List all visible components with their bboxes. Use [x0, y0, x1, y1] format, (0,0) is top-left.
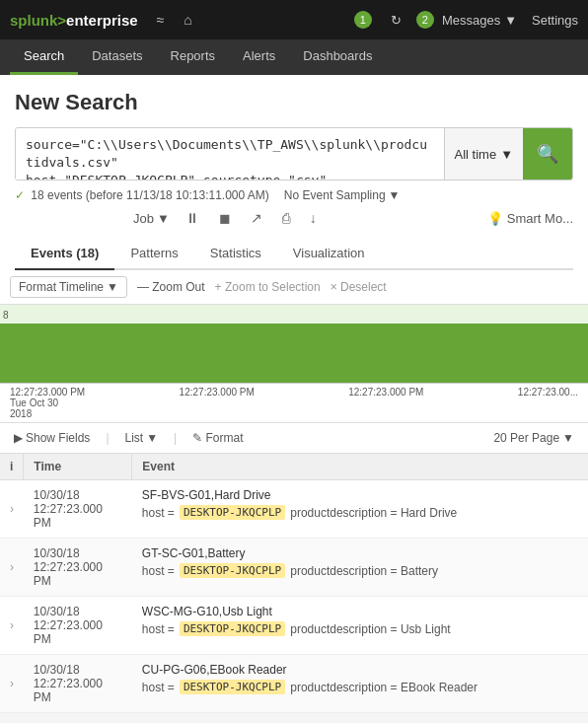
time-picker-caret: ▼	[500, 147, 513, 162]
expand-cell[interactable]: ›	[0, 597, 24, 655]
job-label: Job	[133, 211, 154, 226]
host-value: DESKTOP-JKQCPLP	[180, 680, 285, 694]
share-button[interactable]: ↗	[247, 208, 266, 228]
event-text: SF-BVS-G01,Hard Drive	[142, 488, 578, 502]
toolbar-row: ▶ Show Fields | List ▼ | ✎ Format 20 Per…	[0, 423, 588, 454]
job-button[interactable]: Job ▼	[133, 211, 170, 226]
nav-item-datasets[interactable]: Datasets	[78, 39, 156, 75]
messages-caret: ▼	[504, 13, 517, 28]
list-caret: ▼	[146, 431, 158, 445]
host-label: host =	[142, 564, 175, 578]
events-count: 18 events (before 11/13/18 10:13:11.000 …	[31, 188, 269, 202]
show-fields-btn[interactable]: ▶ Show Fields	[10, 429, 94, 447]
sep2: |	[174, 431, 177, 445]
format-btn[interactable]: ✎ Format	[188, 429, 247, 447]
no-sampling-caret: ▼	[389, 188, 401, 202]
field-detail: productdescription = Usb Light	[290, 622, 450, 636]
time-label-4: 12:27:23.00...	[518, 387, 578, 419]
tab-statistics[interactable]: Statistics	[194, 238, 277, 270]
home-icon[interactable]: ⌂	[180, 8, 195, 32]
format-label: ✎ Format	[192, 431, 243, 445]
host-label: host =	[142, 681, 175, 694]
per-page-btn[interactable]: 20 Per Page ▼	[489, 429, 578, 447]
y-label-8: 8	[3, 310, 9, 321]
nav-item-search[interactable]: Search	[10, 39, 78, 75]
nav-item-reports[interactable]: Reports	[157, 39, 230, 75]
tabs-row: Events (18) Patterns Statistics Visualiz…	[15, 238, 573, 270]
per-page-label: 20 Per Page	[493, 431, 559, 445]
expand-cell[interactable]: ›	[0, 655, 24, 713]
field-detail: productdescription = Battery	[290, 564, 438, 578]
event-cell: CU-PG-G06,EBook Readerhost =DESKTOP-JKQC…	[132, 655, 588, 713]
pause-button[interactable]: ⏸	[182, 208, 203, 228]
messages-button[interactable]: 2 Messages ▼	[416, 11, 517, 29]
host-label: host =	[142, 506, 175, 520]
host-value: DESKTOP-JKQCPLP	[180, 621, 285, 636]
table-header-row: i Time Event	[0, 454, 588, 480]
nav-item-alerts[interactable]: Alerts	[229, 39, 289, 75]
format-timeline-label: Format Timeline	[19, 280, 104, 294]
smart-mode-btn[interactable]: 💡 Smart Mo...	[487, 211, 573, 226]
top-nav-right: 1 ↻ 2 Messages ▼ Settings	[354, 11, 578, 29]
expand-cell[interactable]: ›	[0, 539, 24, 597]
host-value: DESKTOP-JKQCPLP	[180, 505, 285, 520]
tab-events[interactable]: Events (18)	[15, 238, 114, 270]
time-picker-label: All time	[455, 147, 497, 162]
col-event: Event	[132, 454, 588, 480]
main-content: New Search source="C:\\Users\\Documents\…	[0, 75, 588, 270]
time-cell: 10/30/18 12:27:23.000 PM	[24, 655, 132, 713]
time-cell: 10/30/18 12:27:23.000 PM	[24, 480, 132, 539]
per-page-caret: ▼	[562, 431, 574, 445]
activity-icon2: ↻	[391, 13, 402, 28]
timeline-chart: 8 2 6	[0, 305, 588, 384]
deselect-btn[interactable]: × Deselect	[331, 280, 387, 294]
zoom-selection-btn[interactable]: + Zoom to Selection	[215, 280, 321, 294]
search-input[interactable]: source="C:\\Users\\Documents\\TP_AWS\\sp…	[16, 128, 444, 180]
time-cell: 10/30/18 12:27:23.000 PM	[24, 597, 132, 655]
settings-link[interactable]: Settings	[532, 13, 578, 28]
search-button[interactable]: 🔍	[523, 128, 572, 180]
top-navigation: splunk>enterprise ≈ ⌂ 1 ↻ 2 Messages ▼ S…	[0, 0, 588, 39]
event-detail: host =DESKTOP-JKQCPLP productdescription…	[142, 505, 578, 520]
zoom-selection-label: + Zoom to Selection	[215, 280, 321, 294]
logo-prefix: splunk>	[10, 12, 66, 29]
event-cell: SF-BVS-G01,Hard Drivehost =DESKTOP-JKQCP…	[132, 480, 588, 539]
table-row: ›10/30/18 12:27:23.000 PMGT-SC-G01,Batte…	[0, 539, 588, 597]
smart-mode-icon: 💡	[487, 211, 503, 226]
time-cell: 10/30/18 12:27:23.000 PM	[24, 539, 132, 597]
notification-badge: 1	[354, 11, 376, 29]
event-detail: host =DESKTOP-JKQCPLP productdescription…	[142, 680, 578, 694]
status-row: ✓ 18 events (before 11/13/18 10:13:11.00…	[15, 188, 573, 202]
print-button[interactable]: ⎙	[278, 208, 294, 228]
tab-visualization[interactable]: Visualization	[277, 238, 381, 270]
export-button[interactable]: ↓	[306, 208, 321, 228]
format-timeline-btn[interactable]: Format Timeline ▼	[10, 276, 127, 298]
time-picker[interactable]: All time ▼	[444, 128, 524, 180]
list-btn[interactable]: List ▼	[121, 429, 163, 447]
event-cell: WSC-MG-G10,Usb Lighthost =DESKTOP-JKQCPL…	[132, 597, 588, 655]
event-text: WSC-MG-G10,Usb Light	[142, 605, 578, 618]
host-value: DESKTOP-JKQCPLP	[180, 563, 285, 578]
timeline-bar	[0, 324, 588, 383]
logo: splunk>enterprise	[10, 12, 138, 29]
nav-icons: ≈ ⌂	[153, 8, 354, 32]
event-detail: host =DESKTOP-JKQCPLP productdescription…	[142, 563, 578, 578]
check-icon: ✓	[15, 188, 25, 202]
tab-patterns[interactable]: Patterns	[114, 238, 193, 270]
time-label-1: 12:27:23.000 PM Tue Oct 30 2018	[10, 387, 85, 419]
nav-item-dashboards[interactable]: Dashboards	[289, 39, 386, 75]
no-sampling-btn[interactable]: No Event Sampling ▼	[284, 188, 401, 202]
expand-cell[interactable]: ›	[0, 480, 24, 539]
search-bar: source="C:\\Users\\Documents\\TP_AWS\\sp…	[15, 127, 573, 181]
table-row: ›10/30/18 12:27:23.000 PMCU-PG-G06,EBook…	[0, 655, 588, 713]
host-label: host =	[142, 622, 175, 636]
page-title: New Search	[15, 90, 573, 115]
activity-icon[interactable]: ≈	[153, 8, 169, 32]
notif-count: 1	[354, 11, 372, 29]
zoom-out-btn[interactable]: — Zoom Out	[137, 280, 205, 294]
logo-suffix: enterprise	[66, 12, 138, 29]
deselect-label: × Deselect	[331, 280, 387, 294]
smart-mode-label: Smart Mo...	[507, 211, 573, 226]
stop-button[interactable]: ◼	[215, 208, 235, 228]
time-label-3: 12:27:23.000 PM	[348, 387, 423, 419]
